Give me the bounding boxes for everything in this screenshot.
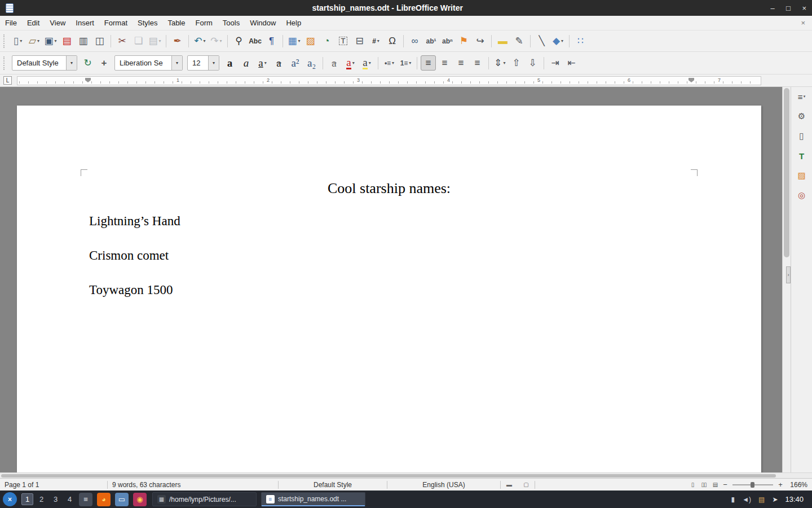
chevron-down-icon[interactable]: ▾ — [392, 60, 394, 65]
underline-button[interactable]: a ▾ — [255, 55, 270, 71]
insert-table-button[interactable]: ▦ ▾ — [286, 33, 302, 49]
toolbar-grip[interactable] — [3, 34, 7, 48]
insert-line-button[interactable]: ╲ — [534, 33, 549, 49]
new-style-button[interactable]: + — [96, 55, 112, 71]
left-indent-marker[interactable] — [85, 78, 91, 82]
undo-button[interactable]: ↶ ▾ — [192, 33, 208, 49]
chevron-down-icon[interactable]: ▾ — [55, 38, 57, 43]
document-body[interactable]: Cool starship names: Lightning’s Hand Cr… — [17, 106, 761, 299]
launcher-filemanager[interactable]: ▭ — [115, 493, 129, 506]
horizontal-ruler[interactable]: 1234567 — [17, 76, 761, 85]
zoom-out-button[interactable]: − — [721, 480, 730, 489]
zoom-level[interactable]: 166% — [785, 481, 812, 489]
font-size-combobox[interactable]: 12 ▾ — [187, 55, 219, 71]
document-paragraph[interactable]: Lightning’s Hand — [89, 213, 689, 230]
open-button[interactable]: ▱ ▾ — [27, 33, 42, 49]
right-indent-marker[interactable] — [689, 78, 694, 82]
redo-button[interactable]: ↷ ▾ — [209, 33, 224, 49]
word-count[interactable]: 9 words, 63 characters — [108, 481, 278, 489]
launcher-screenshot[interactable]: ◉ — [133, 493, 147, 506]
align-center-button[interactable]: ≡ — [437, 55, 452, 71]
cut-button[interactable]: ✂ — [114, 33, 130, 49]
titlebar[interactable]: startship_names.odt - LibreOffice Writer… — [0, 0, 812, 16]
new-document-button[interactable]: ▯ ▾ — [10, 33, 25, 49]
menu-edit[interactable]: Edit — [22, 16, 45, 29]
launcher-firefox[interactable]: ◕ — [97, 493, 111, 506]
menu-file[interactable]: File — [0, 16, 22, 29]
workspace-4[interactable]: 4 — [64, 493, 76, 505]
menu-styles[interactable]: Styles — [133, 16, 162, 29]
chevron-down-icon[interactable]: ▾ — [377, 38, 379, 43]
workspace-2[interactable]: 2 — [36, 493, 47, 505]
single-page-view-button[interactable]: ▯ — [687, 481, 698, 488]
close-button[interactable]: × — [802, 4, 806, 12]
insert-endnote-button[interactable]: abⁿ — [440, 33, 455, 49]
font-color-button[interactable]: a ▾ — [343, 55, 358, 71]
document-heading[interactable]: Cool starship names: — [89, 180, 689, 197]
navigator-tab[interactable]: ◎ — [794, 188, 809, 203]
paragraph-style-combobox[interactable]: Default Style ▾ — [12, 55, 77, 71]
font-name-combobox[interactable]: Liberation Se ▾ — [114, 55, 183, 71]
document-paragraph[interactable]: Toywagon 1500 — [89, 282, 689, 299]
workspace-3[interactable]: 3 — [50, 493, 61, 505]
page-tab[interactable]: ▯ — [794, 129, 809, 143]
basic-shapes-button[interactable]: ◆ ▾ — [550, 33, 566, 49]
print-button[interactable]: ▥ — [76, 33, 91, 49]
zoom-slider[interactable] — [732, 484, 773, 485]
vertical-scrollbar-thumb[interactable] — [784, 88, 789, 257]
chevron-down-icon[interactable]: ▾ — [37, 38, 39, 43]
chevron-down-icon[interactable]: ▾ — [171, 56, 182, 70]
battery-tray-icon[interactable]: ▮ — [731, 496, 735, 503]
menu-form[interactable]: Form — [190, 16, 217, 29]
align-right-button[interactable]: ≡ — [453, 55, 469, 71]
menu-table[interactable]: Table — [162, 16, 190, 29]
chevron-down-icon[interactable]: ▾ — [409, 60, 411, 65]
sidebar-toggle-handle[interactable]: › — [786, 266, 791, 283]
highlight-color-button[interactable]: a ▾ — [359, 55, 374, 71]
font-name-value[interactable]: Liberation Se — [115, 56, 171, 70]
insert-chart-button[interactable]: ◔ — [319, 33, 334, 49]
chevron-down-icon[interactable]: ▾ — [66, 56, 77, 70]
chevron-down-icon[interactable]: ▾ — [20, 38, 22, 43]
subscript-button[interactable]: a₂ — [304, 55, 319, 71]
save-button[interactable]: ▣ ▾ — [43, 33, 58, 49]
chevron-down-icon[interactable]: ▾ — [369, 60, 371, 65]
horizontal-scrollbar[interactable] — [0, 472, 812, 478]
insert-hyperlink-button[interactable]: ∞ — [407, 33, 422, 49]
book-view-button[interactable]: ▤ — [709, 481, 721, 488]
numbered-list-button[interactable]: 1≡ ▾ — [398, 55, 413, 71]
insert-textbox-button[interactable]: T — [336, 33, 351, 49]
bullet-list-button[interactable]: •≡ ▾ — [382, 55, 397, 71]
copy-button[interactable]: ❏ — [131, 33, 146, 49]
draw-functions-button[interactable]: ∷ — [573, 33, 588, 49]
minimize-button[interactable]: – — [770, 4, 774, 12]
document-page[interactable]: Cool starship names: Lightning’s Hand Cr… — [17, 106, 761, 472]
chevron-down-icon[interactable]: ▾ — [352, 60, 355, 65]
menu-format[interactable]: Format — [99, 16, 133, 29]
selection-mode-indicator[interactable]: ▢ — [518, 481, 535, 488]
applications-menu-button[interactable]: × — [3, 492, 17, 506]
decrease-indent-button[interactable]: ⇤ — [564, 55, 579, 71]
tab-stop-selector[interactable]: L — [3, 76, 12, 85]
paste-button[interactable]: ▤ ▾ — [147, 33, 162, 49]
menu-tools[interactable]: Tools — [218, 16, 245, 29]
align-left-button[interactable]: ≡ — [421, 55, 436, 71]
font-size-value[interactable]: 12 — [188, 56, 208, 70]
print-preview-button[interactable]: ◫ — [92, 33, 107, 49]
strikethrough-button[interactable]: a — [271, 55, 286, 71]
insert-crossref-button[interactable]: ↪ — [473, 33, 488, 49]
line-spacing-button[interactable]: ⇕ ▾ — [492, 55, 508, 71]
clipman-tray-icon[interactable]: ▤ — [758, 496, 765, 503]
document-paragraph[interactable]: Crismon comet — [89, 247, 689, 264]
workspace-1[interactable]: 1 — [21, 493, 33, 505]
multi-page-view-button[interactable]: ▯▯ — [698, 481, 709, 488]
paragraph-space-increase-button[interactable]: ⇧ — [509, 55, 524, 71]
chevron-down-icon[interactable]: ▾ — [264, 60, 267, 65]
styles-tab[interactable]: T — [794, 148, 809, 163]
page-style[interactable]: Default Style — [279, 481, 387, 489]
chevron-down-icon[interactable]: ▾ — [220, 38, 222, 43]
insert-field-button[interactable]: # ▾ — [368, 33, 383, 49]
volume-tray-icon[interactable]: ◄) — [742, 496, 751, 503]
insert-bookmark-button[interactable]: ⚑ — [456, 33, 471, 49]
clone-formatting-button[interactable]: ✒ — [170, 33, 185, 49]
